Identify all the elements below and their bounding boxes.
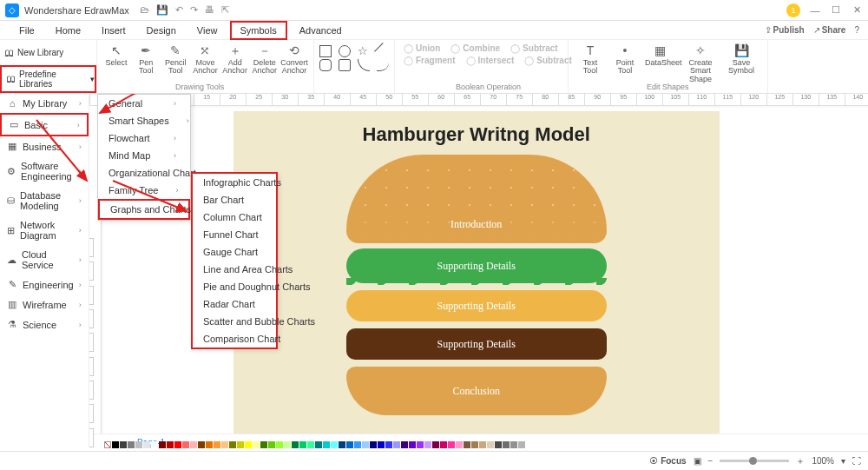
select-tool[interactable]: ↖Select [102,43,130,67]
color-swatch[interactable] [112,441,119,448]
color-swatch[interactable] [331,441,338,448]
color-swatch[interactable] [518,441,525,448]
no-fill-swatch[interactable] [104,441,111,448]
chart-type-line-and-area-charts[interactable]: Line and Area Charts [193,261,276,278]
export-icon[interactable]: ⇱ [221,4,229,16]
submenu-item-family-tree[interactable]: Family Tree› [98,182,190,199]
menu-home[interactable]: Home [47,23,89,38]
color-swatch[interactable] [401,441,408,448]
color-swatch[interactable] [260,441,267,448]
color-swatch[interactable] [393,441,400,448]
color-swatch[interactable] [409,441,416,448]
submenu-item-graphs-and-charts[interactable]: Graphs and Charts› [98,199,190,220]
pen-tool[interactable]: ✒Pen Tool [132,43,160,76]
maximize-button[interactable]: ☐ [830,4,842,16]
shape-polygon[interactable] [339,59,351,71]
delete-anchor-tool[interactable]: －Delete Anchor [251,43,279,76]
color-swatch[interactable] [292,441,299,448]
publish-button[interactable]: ⇪ Publish [765,25,805,35]
menu-design[interactable]: Design [138,23,185,38]
sidebar-item-network-diagram[interactable]: ⊞Network Diagram› [0,215,89,245]
color-swatch[interactable] [440,441,447,448]
shape-arc[interactable] [358,59,370,71]
color-swatch[interactable] [503,441,510,448]
color-swatch[interactable] [221,441,228,448]
fullscreen-button[interactable]: ⛶ [852,456,861,466]
color-swatch[interactable] [268,441,275,448]
color-swatch[interactable] [479,441,486,448]
color-swatch[interactable] [510,441,517,448]
minimize-button[interactable]: — [809,5,821,16]
open-icon[interactable]: 🗁 [140,4,149,16]
canvas-page[interactable]: Hamburger Writng Model Introduction Supp… [233,111,720,441]
burger-bun-top[interactable]: Introduction [346,155,607,243]
color-swatch[interactable] [182,441,189,448]
add-anchor-tool[interactable]: ＋Add Anchor [221,43,249,76]
new-library-button[interactable]: 🕮New Library [0,40,96,65]
color-swatch[interactable] [120,441,127,448]
chart-type-bar-chart[interactable]: Bar Chart [193,191,276,209]
sidebar-item-my-library[interactable]: ⌂My Library› [0,94,89,113]
color-swatch[interactable] [339,441,345,448]
color-swatch[interactable] [190,441,197,448]
menu-advanced[interactable]: Advanced [291,23,351,38]
color-swatch[interactable] [456,441,463,448]
color-swatch[interactable] [198,441,205,448]
submenu-item-smart-shapes[interactable]: Smart Shapes› [98,112,190,129]
burger-cheese[interactable]: Supporting Details [346,290,607,321]
menu-view[interactable]: View [188,23,227,38]
color-swatch[interactable] [143,441,150,448]
color-swatch[interactable] [167,441,174,448]
color-swatch[interactable] [385,441,392,448]
color-swatch[interactable] [464,441,470,448]
menu-file[interactable]: File [10,23,43,38]
color-swatch[interactable] [315,441,322,448]
burger-lettuce[interactable]: Supporting Details [346,248,607,283]
color-swatch[interactable] [229,441,236,448]
redo-icon[interactable]: ↷ [190,4,198,16]
color-swatch[interactable] [135,441,142,448]
focus-toggle[interactable]: ⦿ Focus [649,456,686,466]
user-avatar[interactable]: 1 [786,3,800,17]
menu-insert[interactable]: Insert [93,23,135,38]
sidebar-item-business[interactable]: ▦Business› [0,136,89,156]
color-swatch[interactable] [214,441,220,448]
color-swatch[interactable] [253,441,260,448]
burger-bun-bottom[interactable]: Conclusion [346,367,607,415]
shape-line[interactable] [374,43,391,60]
close-button[interactable]: ✕ [851,4,863,16]
zoom-in[interactable]: ＋ [796,455,805,467]
color-swatch[interactable] [245,441,252,448]
color-swatch[interactable] [284,441,291,448]
help-icon[interactable]: ? [854,25,859,35]
chart-type-comparison-chart[interactable]: Comparison Chart [193,330,276,348]
color-swatch[interactable] [276,441,283,448]
color-swatch[interactable] [448,441,455,448]
burger-patty[interactable]: Supporting Details [346,328,607,360]
sidebar-item-wireframe[interactable]: ▥Wireframe› [0,295,89,314]
color-swatch[interactable] [346,441,353,448]
fit-page[interactable]: ▣ [694,456,701,466]
shape-rounded[interactable] [319,59,332,71]
chart-type-gauge-chart[interactable]: Gauge Chart [193,243,276,261]
color-swatch[interactable] [128,441,135,448]
color-swatch[interactable] [432,441,439,448]
share-button[interactable]: ↗ Share [813,25,846,35]
chart-type-pie-and-doughnut-charts[interactable]: Pie and Doughnut Charts [193,278,276,295]
chart-type-radar-chart[interactable]: Radar Chart [193,295,276,313]
color-swatch[interactable] [370,441,377,448]
color-swatch[interactable] [323,441,330,448]
color-swatch[interactable] [424,441,431,448]
zoom-dropdown[interactable]: ▾ [841,456,845,466]
zoom-out[interactable]: − [708,456,713,466]
color-swatch[interactable] [206,441,213,448]
color-swatch[interactable] [174,441,181,448]
color-swatch[interactable] [471,441,478,448]
sidebar-item-science[interactable]: ⚗Science› [0,314,89,334]
predefine-libraries-button[interactable]: 🕮Predefine Libraries▾ [0,65,96,94]
color-swatch[interactable] [378,441,385,448]
undo-icon[interactable]: ↶ [175,4,183,16]
submenu-item-flowchart[interactable]: Flowchart› [98,129,190,147]
color-swatch[interactable] [151,441,158,448]
chart-type-column-chart[interactable]: Column Chart [193,209,276,226]
